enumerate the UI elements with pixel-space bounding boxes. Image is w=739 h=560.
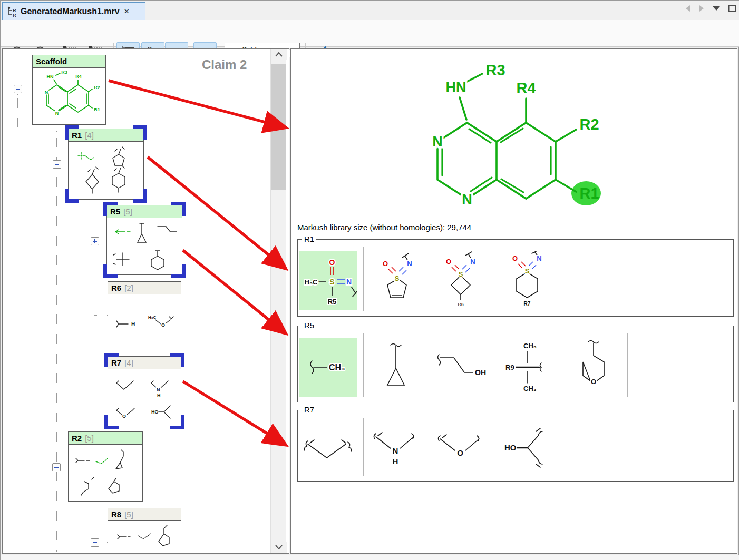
selection-corner xyxy=(171,202,186,216)
markush-detail-panel: HN R3 R4 R2 N N R1 Markush library size … xyxy=(290,48,737,554)
tree-connector xyxy=(94,391,108,391)
svg-text:S: S xyxy=(525,267,530,275)
r1-option-thiane-sulfoximine[interactable]: S O N R7 xyxy=(498,251,556,310)
r1-option-thietane-sulfoximine[interactable]: S O N R6 xyxy=(432,251,490,310)
expander-r5[interactable] xyxy=(91,237,99,245)
r5-option-hydroxyethyl[interactable]: OH xyxy=(432,338,490,397)
r7-option-amine[interactable]: N H xyxy=(366,420,424,478)
scrollbar-down-button[interactable] xyxy=(271,542,287,553)
svg-text:N: N xyxy=(432,134,443,150)
svg-text:H: H xyxy=(131,321,135,327)
cell-separator xyxy=(561,247,561,311)
plus-icon xyxy=(92,239,98,244)
r1-thumbnails xyxy=(69,142,142,198)
chevron-up-icon xyxy=(275,52,283,57)
scaffold-structure: HN R3 R4 R2 N N R1 xyxy=(291,49,737,219)
svg-text:CH₃: CH₃ xyxy=(523,385,537,392)
svg-text:R2: R2 xyxy=(579,116,599,133)
r1-groupbox: R1 H₃C S O N R5 xyxy=(297,239,734,317)
cell-separator xyxy=(495,333,495,397)
svg-text:R4: R4 xyxy=(75,74,82,79)
cell-separator xyxy=(363,247,364,311)
svg-text:R3: R3 xyxy=(61,70,67,75)
tree-scrollbar[interactable] xyxy=(270,49,286,553)
svg-text:N: N xyxy=(157,387,160,392)
svg-text:R2: R2 xyxy=(94,85,100,90)
tree-connector xyxy=(23,89,32,89)
tab-bar: R R GeneratedMarkush1.mrv ✕ xyxy=(1,1,739,20)
tree-connector xyxy=(100,241,106,241)
r8-thumbnails xyxy=(108,521,180,554)
cell-separator xyxy=(495,418,495,476)
r6-thumbnails: H H₃C O xyxy=(108,294,180,348)
maximize-icon[interactable] xyxy=(728,5,736,12)
expander-r2[interactable] xyxy=(52,463,61,471)
next-tab-icon[interactable] xyxy=(698,5,705,12)
markush-tree-panel: Claim 2 Scaffold xyxy=(2,48,289,554)
tree-node-r8[interactable]: R8[5] xyxy=(108,508,181,554)
r5-option-r9-dimethyl[interactable]: R9 CH₃ CH₃ xyxy=(498,338,556,397)
r5-option-methyl[interactable]: CH₃ xyxy=(299,338,357,397)
r5-thumbnails xyxy=(107,218,181,273)
r5-groupbox: R5 CH₃ OH xyxy=(297,326,734,402)
svg-text:O: O xyxy=(457,448,463,457)
tree-node-r1[interactable]: R1[4] xyxy=(68,129,144,200)
scrollbar-thumb[interactable] xyxy=(271,64,286,190)
r5-option-tetrahydropyranyl[interactable]: O xyxy=(564,338,622,397)
tree-node-r5[interactable]: R5[5] xyxy=(106,205,182,275)
svg-text:O: O xyxy=(591,378,596,386)
selection-corner xyxy=(103,202,118,216)
svg-text:R3: R3 xyxy=(485,62,505,78)
tree-connector xyxy=(61,467,68,467)
svg-text:R9: R9 xyxy=(505,363,514,371)
expander-scaffold[interactable] xyxy=(14,85,22,93)
tab-close-icon[interactable]: ✕ xyxy=(124,7,130,15)
svg-text:R7: R7 xyxy=(524,301,531,307)
r7-option-methylene[interactable] xyxy=(299,420,357,478)
svg-text:O: O xyxy=(383,260,388,268)
svg-text:R4: R4 xyxy=(516,80,536,96)
selection-corner xyxy=(170,353,184,367)
tree-node-r2[interactable]: R2[5] xyxy=(68,431,143,502)
svg-text:HO: HO xyxy=(151,409,159,415)
r1-option-thiolane-sulfoximine[interactable]: S O N xyxy=(366,251,424,310)
svg-text:O: O xyxy=(161,322,165,328)
tab-list-icon[interactable] xyxy=(712,6,721,11)
r5-option-cyclopropyl[interactable] xyxy=(366,338,424,397)
tree-node-scaffold[interactable]: Scaffold HN R3 R4 R2 R1 N N xyxy=(32,55,106,125)
selection-corner xyxy=(65,125,79,140)
cell-separator xyxy=(363,333,364,397)
r1-option-methyl-sulfoximine[interactable]: H₃C S O N R5 xyxy=(299,251,357,310)
expander-r1[interactable] xyxy=(53,160,61,169)
chevron-down-icon xyxy=(275,545,283,549)
minus-icon xyxy=(54,162,60,167)
tab-controls xyxy=(685,5,736,12)
r1-group-label: R1 xyxy=(302,234,316,243)
svg-text:H₃C: H₃C xyxy=(305,278,318,286)
r7-option-ether[interactable]: O xyxy=(432,420,490,478)
scrollbar-up-button[interactable] xyxy=(271,49,287,60)
tree-node-r6[interactable]: R6[2] H H₃C O xyxy=(108,281,181,350)
claim-label: Claim 2 xyxy=(202,57,247,72)
markush-tree-tab-icon: R R xyxy=(7,6,17,17)
tree-node-r7[interactable]: R7[4] N H O HO xyxy=(108,356,181,426)
svg-text:HN: HN xyxy=(446,80,466,95)
expander-r8[interactable] xyxy=(91,538,99,547)
previous-tab-icon[interactable] xyxy=(685,5,691,12)
document-tab[interactable]: R R GeneratedMarkush1.mrv ✕ xyxy=(2,2,145,20)
svg-text:R1: R1 xyxy=(94,107,100,112)
tree-connector xyxy=(56,131,57,552)
cell-separator xyxy=(429,333,429,397)
svg-text:H: H xyxy=(157,393,161,398)
svg-text:OH: OH xyxy=(475,368,486,377)
svg-text:R: R xyxy=(13,13,16,17)
r7-option-hydroxymethine[interactable]: HO xyxy=(498,420,556,478)
cell-separator xyxy=(429,418,429,476)
svg-text:HO: HO xyxy=(504,443,517,452)
minus-icon xyxy=(15,86,21,92)
scaffold-thumbnail: HN R3 R4 R2 R1 N N xyxy=(33,68,104,123)
minus-icon xyxy=(92,540,98,545)
horizontal-scrollbar-strip[interactable] xyxy=(1,555,739,560)
svg-text:O: O xyxy=(329,258,335,267)
svg-text:H: H xyxy=(393,457,398,466)
